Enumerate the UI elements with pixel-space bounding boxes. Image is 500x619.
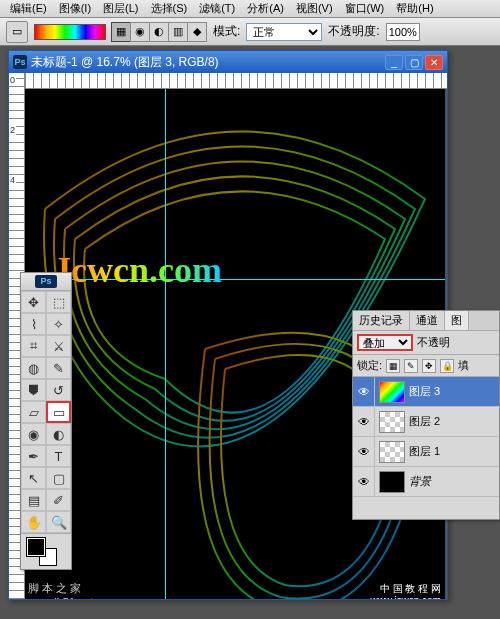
layer-row[interactable]: 👁背景 — [353, 467, 499, 497]
ps-logo-icon: Ps — [35, 275, 57, 288]
layer-opacity-label: 不透明 — [417, 335, 450, 350]
panel-tabs: 历史记录 通道 图 — [353, 311, 499, 331]
layer-blend-select[interactable]: 叠加 — [357, 334, 413, 351]
lock-paint-icon[interactable]: ✎ — [404, 359, 418, 373]
tools-header[interactable]: Ps — [21, 273, 71, 291]
layer-thumbnail[interactable] — [379, 441, 405, 463]
pen-tool[interactable]: ✒ — [21, 445, 46, 467]
watermark-text: Jcwcn.com — [53, 249, 222, 291]
menu-filter[interactable]: 滤镜(T) — [193, 1, 241, 16]
minimize-button[interactable]: _ — [385, 55, 403, 70]
gradient-reflect-button[interactable]: ▥ — [168, 22, 188, 42]
option-bar: ▭ ▦ ◉ ◐ ▥ ◆ 模式: 正常 不透明度: — [0, 18, 500, 46]
tool-preset-button[interactable]: ▭ — [6, 21, 28, 43]
menu-analyze[interactable]: 分析(A) — [241, 1, 290, 16]
move-tool[interactable]: ✥ — [21, 291, 46, 313]
visibility-icon[interactable]: 👁 — [353, 467, 375, 496]
guide-vertical[interactable] — [165, 89, 166, 599]
fill-label: 填 — [458, 358, 469, 373]
gradient-preview[interactable] — [34, 24, 106, 40]
layers-panel[interactable]: 历史记录 通道 图 叠加 不透明 锁定: ▦ ✎ ✥ 🔒 填 👁图层 3👁图层 … — [352, 310, 500, 520]
close-button[interactable]: ✕ — [425, 55, 443, 70]
lock-label: 锁定: — [357, 358, 382, 373]
visibility-icon[interactable]: 👁 — [353, 407, 375, 436]
maximize-button[interactable]: ▢ — [405, 55, 423, 70]
menu-layer[interactable]: 图层(L) — [97, 1, 144, 16]
gradient-radial-button[interactable]: ◉ — [130, 22, 150, 42]
color-swatches[interactable] — [21, 533, 71, 569]
zoom-tool[interactable]: 🔍 — [46, 511, 71, 533]
slice-tool[interactable]: ⚔ — [46, 335, 71, 357]
layer-name[interactable]: 图层 3 — [409, 384, 440, 399]
type-tool[interactable]: T — [46, 445, 71, 467]
lasso-tool[interactable]: ⌇ — [21, 313, 46, 335]
visibility-icon[interactable]: 👁 — [353, 377, 375, 406]
notes-tool[interactable]: ▤ — [21, 489, 46, 511]
crop-tool[interactable]: ⌗ — [21, 335, 46, 357]
heal-tool[interactable]: ◍ — [21, 357, 46, 379]
gradient-tool[interactable]: ▭ — [46, 401, 71, 423]
dodge-tool[interactable]: ◐ — [46, 423, 71, 445]
mode-label: 模式: — [213, 23, 240, 40]
history-brush[interactable]: ↺ — [46, 379, 71, 401]
visibility-icon[interactable]: 👁 — [353, 437, 375, 466]
gradient-angle-button[interactable]: ◐ — [149, 22, 169, 42]
layer-row[interactable]: 👁图层 1 — [353, 437, 499, 467]
blur-tool[interactable]: ◉ — [21, 423, 46, 445]
layer-name[interactable]: 图层 1 — [409, 444, 440, 459]
document-title: 未标题-1 @ 16.7% (图层 3, RGB/8) — [31, 54, 385, 71]
gradient-type-group: ▦ ◉ ◐ ▥ ◆ — [112, 22, 207, 42]
lock-move-icon[interactable]: ✥ — [422, 359, 436, 373]
layer-thumbnail[interactable] — [379, 411, 405, 433]
menu-edit[interactable]: 编辑(E) — [4, 1, 53, 16]
ruler-horizontal[interactable] — [25, 73, 447, 89]
path-tool[interactable]: ↖ — [21, 467, 46, 489]
layer-thumbnail[interactable] — [379, 381, 405, 403]
menu-select[interactable]: 选择(S) — [145, 1, 194, 16]
blend-mode-select[interactable]: 正常 — [246, 23, 322, 41]
menu-image[interactable]: 图像(I) — [53, 1, 97, 16]
credit-left: 脚 本 之 家 www.jb51.net — [25, 580, 96, 599]
title-bar[interactable]: Ps 未标题-1 @ 16.7% (图层 3, RGB/8) _ ▢ ✕ — [9, 51, 447, 73]
tab-history[interactable]: 历史记录 — [353, 311, 410, 330]
menu-view[interactable]: 视图(V) — [290, 1, 339, 16]
marquee-tool[interactable]: ⬚ — [46, 291, 71, 313]
wand-tool[interactable]: ✧ — [46, 313, 71, 335]
layer-row[interactable]: 👁图层 2 — [353, 407, 499, 437]
gradient-linear-button[interactable]: ▦ — [111, 22, 131, 42]
tab-channels[interactable]: 通道 — [410, 311, 445, 330]
layer-name[interactable]: 背景 — [409, 474, 431, 489]
menu-bar: 编辑(E) 图像(I) 图层(L) 选择(S) 滤镜(T) 分析(A) 视图(V… — [0, 0, 500, 18]
opacity-label: 不透明度: — [328, 23, 379, 40]
hand-tool[interactable]: ✋ — [21, 511, 46, 533]
eraser-tool[interactable]: ▱ — [21, 401, 46, 423]
gradient-diamond-button[interactable]: ◆ — [187, 22, 207, 42]
stamp-tool[interactable]: ⛊ — [21, 379, 46, 401]
layer-name[interactable]: 图层 2 — [409, 414, 440, 429]
menu-window[interactable]: 窗口(W) — [339, 1, 391, 16]
lock-transparent-icon[interactable]: ▦ — [386, 359, 400, 373]
ps-icon: Ps — [13, 55, 27, 69]
eyedropper[interactable]: ✐ — [46, 489, 71, 511]
shape-tool[interactable]: ▢ — [46, 467, 71, 489]
opacity-input[interactable] — [386, 23, 420, 41]
tab-layers[interactable]: 图 — [445, 311, 469, 330]
brush-tool[interactable]: ✎ — [46, 357, 71, 379]
tools-palette[interactable]: Ps ✥⬚⌇✧⌗⚔◍✎⛊↺▱▭◉◐✒T↖▢▤✐✋🔍 — [20, 272, 72, 570]
menu-help[interactable]: 帮助(H) — [390, 1, 439, 16]
lock-all-icon[interactable]: 🔒 — [440, 359, 454, 373]
credit-right: 中 国 教 程 网 www.jcwcn.com — [370, 583, 441, 599]
foreground-swatch[interactable] — [27, 538, 45, 556]
layer-row[interactable]: 👁图层 3 — [353, 377, 499, 407]
layer-thumbnail[interactable] — [379, 471, 405, 493]
